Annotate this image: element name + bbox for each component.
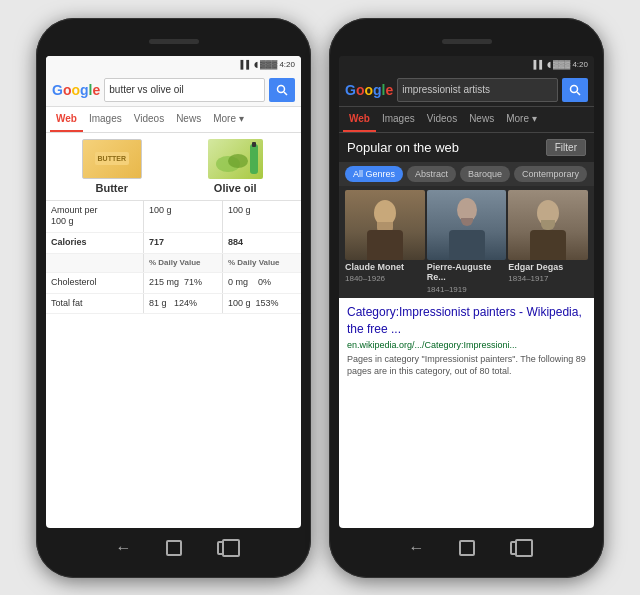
tab-more-1[interactable]: More ▾ — [207, 107, 250, 132]
artist-card-degas[interactable]: Edgar Degas 1834–1917 — [508, 190, 588, 295]
signal-icon-2: ▌▌ — [534, 60, 545, 69]
totalfat-val1: 81 g 124% — [143, 294, 222, 314]
totalfat-label: Total fat — [46, 294, 143, 314]
degas-dates: 1834–1917 — [508, 274, 588, 283]
comparison-table: Amount per100 g 100 g 100 g Calories 717… — [46, 201, 301, 528]
tab-images-1[interactable]: Images — [83, 107, 128, 132]
table-row: Amount per100 g 100 g 100 g — [46, 201, 301, 233]
degas-name: Edgar Degas — [508, 262, 588, 273]
phone-1-bottom: ← — [46, 528, 301, 568]
phone-2-bottom: ← — [339, 528, 594, 568]
amount-val1: 100 g — [143, 201, 222, 232]
butter-image: BUTTER — [82, 139, 142, 179]
olive-svg — [208, 139, 263, 179]
signal-icon-1: ▌▌ — [241, 60, 252, 69]
time-1: 4:20 — [279, 60, 295, 69]
search-bar-1: Google — [46, 74, 301, 107]
table-row: Cholesterol 215 mg 71% 0 mg 0% — [46, 273, 301, 294]
google-logo-2: Google — [345, 82, 393, 98]
comparison-header: BUTTER Butter Olive oil — [46, 133, 301, 201]
popular-title: Popular on the web — [347, 140, 459, 155]
status-icons-2: ▌▌ ◖ ▓▓▓ 4:20 — [534, 60, 588, 69]
tab-images-2[interactable]: Images — [376, 107, 421, 132]
genre-all-genres[interactable]: All Genres — [345, 166, 403, 182]
filter-button[interactable]: Filter — [546, 139, 586, 156]
status-icons-1: ▌▌ ◖ ▓▓▓ 4:20 — [241, 60, 295, 69]
degas-image — [508, 190, 588, 260]
back-button-2[interactable]: ← — [407, 538, 427, 558]
olive-label: Olive oil — [214, 182, 257, 194]
artist-card-monet[interactable]: Claude Monet 1840–1926 — [345, 190, 425, 295]
search-result-1: Category:Impressionist painters - Wikipe… — [339, 298, 594, 527]
search-icon-1 — [276, 84, 288, 96]
svg-line-1 — [284, 92, 287, 95]
table-row: % Daily Value % Daily Value — [46, 254, 301, 273]
back-button-1[interactable]: ← — [114, 538, 134, 558]
pierre-name: Pierre-Auguste Re... — [427, 262, 507, 284]
pierre-image — [427, 190, 507, 260]
popular-header: Popular on the web Filter — [339, 133, 594, 162]
search-icon-2 — [569, 84, 581, 96]
result-title-1[interactable]: Category:Impressionist painters - Wikipe… — [347, 304, 586, 338]
recents-button-2[interactable] — [507, 538, 527, 558]
status-bar-2: ▌▌ ◖ ▓▓▓ 4:20 — [339, 56, 594, 74]
artist-card-pierre[interactable]: Pierre-Auguste Re... 1841–1919 — [427, 190, 507, 295]
phone-2-screen: ▌▌ ◖ ▓▓▓ 4:20 Google — [339, 56, 594, 528]
status-bar-1: ▌▌ ◖ ▓▓▓ 4:20 — [46, 56, 301, 74]
calories-val2: 884 — [222, 233, 301, 253]
tab-news-1[interactable]: News — [170, 107, 207, 132]
search-input-1[interactable] — [104, 78, 265, 102]
nav-tabs-1: Web Images Videos News More ▾ — [46, 107, 301, 133]
calories-val1: 717 — [143, 233, 222, 253]
speaker-2 — [442, 39, 492, 44]
home-button-2[interactable] — [457, 538, 477, 558]
artists-row: Claude Monet 1840–1926 Pierre-Auguste Re… — [339, 186, 594, 299]
tab-videos-1[interactable]: Videos — [128, 107, 170, 132]
svg-rect-4 — [250, 144, 258, 174]
svg-point-3 — [228, 154, 248, 168]
butter-label: Butter — [96, 182, 128, 194]
home-button-1[interactable] — [164, 538, 184, 558]
nav-tabs-2: Web Images Videos News More ▾ — [339, 107, 594, 133]
svg-line-7 — [577, 92, 580, 95]
genre-abstract[interactable]: Abstract — [407, 166, 456, 182]
calories-label: Calories — [46, 233, 143, 253]
svg-point-6 — [571, 85, 578, 92]
monet-dates: 1840–1926 — [345, 274, 425, 283]
time-2: 4:20 — [572, 60, 588, 69]
phone-1: ▌▌ ◖ ▓▓▓ 4:20 Google — [36, 18, 311, 578]
svg-rect-5 — [252, 142, 256, 147]
daily-value-1: % Daily Value — [143, 254, 222, 272]
tab-more-2[interactable]: More ▾ — [500, 107, 543, 132]
cholesterol-val1: 215 mg 71% — [143, 273, 222, 293]
google-logo-1: Google — [52, 82, 100, 98]
tab-web-1[interactable]: Web — [50, 107, 83, 132]
butter-col: BUTTER Butter — [52, 139, 172, 194]
olive-image — [208, 139, 263, 179]
table-row: Calories 717 884 — [46, 233, 301, 254]
battery-icon-2: ▓▓▓ — [553, 60, 571, 69]
wifi-icon-2: ◖ — [547, 60, 551, 69]
tab-videos-2[interactable]: Videos — [421, 107, 463, 132]
result-snippet-1: Pages in category "Impressionist painter… — [347, 353, 586, 378]
battery-icon-1: ▓▓▓ — [260, 60, 278, 69]
search-button-2[interactable] — [562, 78, 588, 102]
search-bar-2: Google — [339, 74, 594, 107]
phone-2-top — [339, 28, 594, 56]
tab-news-2[interactable]: News — [463, 107, 500, 132]
search-input-2[interactable] — [397, 78, 558, 102]
monet-name: Claude Monet — [345, 262, 425, 273]
amount-label: Amount per100 g — [46, 201, 143, 232]
monet-image — [345, 190, 425, 260]
genre-baroque[interactable]: Baroque — [460, 166, 510, 182]
tab-web-2[interactable]: Web — [343, 107, 376, 132]
phone-1-screen: ▌▌ ◖ ▓▓▓ 4:20 Google — [46, 56, 301, 528]
search-button-1[interactable] — [269, 78, 295, 102]
result-url-1: en.wikipedia.org/.../Category:Impression… — [347, 340, 586, 350]
table-row: Total fat 81 g 124% 100 g 153% — [46, 294, 301, 315]
recents-button-1[interactable] — [214, 538, 234, 558]
amount-val2: 100 g — [222, 201, 301, 232]
wifi-icon-1: ◖ — [254, 60, 258, 69]
cholesterol-val2: 0 mg 0% — [222, 273, 301, 293]
genre-contemporary[interactable]: Contemporary — [514, 166, 587, 182]
